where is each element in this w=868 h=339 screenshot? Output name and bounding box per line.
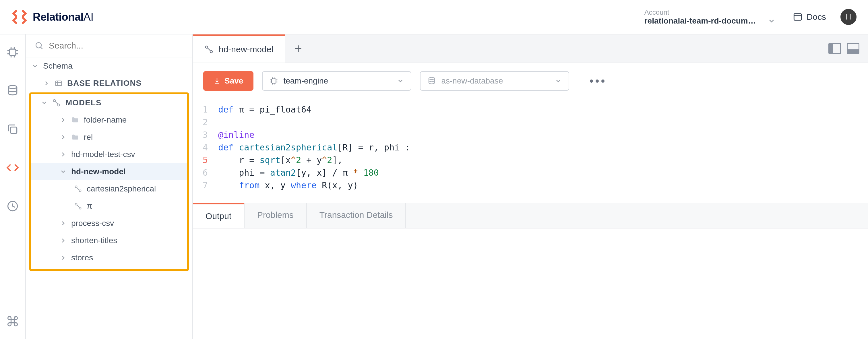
svg-point-14 — [79, 190, 81, 192]
nav-rail — [0, 34, 26, 339]
svg-rect-2 — [9, 49, 16, 55]
tree-item-process-csv[interactable]: process-csv — [31, 215, 187, 232]
engine-value: team-engine — [283, 76, 328, 86]
database-icon — [427, 76, 436, 85]
svg-point-18 — [210, 51, 212, 53]
tree-item-cartesian2spherical[interactable]: cartesian2spherical — [31, 180, 187, 197]
tree-item-folder-name[interactable]: folder-name — [31, 112, 187, 129]
chevron-right-icon — [60, 237, 67, 244]
table-icon — [55, 79, 63, 87]
tab-hd-new-model[interactable]: hd-new-model — [193, 34, 285, 63]
svg-point-3 — [8, 86, 17, 89]
avatar-initial: H — [846, 12, 851, 22]
main-panel: hd-new-model + Save team-engine as-new-d… — [193, 34, 868, 339]
tree-item-hd-new-model[interactable]: hd-new-model — [31, 163, 187, 180]
output-tab-output[interactable]: Output — [193, 203, 245, 228]
brand-mark-icon — [11, 9, 28, 25]
command-icon[interactable] — [6, 315, 19, 328]
database-selector[interactable]: as-new-database — [420, 71, 569, 91]
model-icon — [74, 202, 82, 210]
docs-link[interactable]: Docs — [793, 12, 826, 22]
svg-point-16 — [79, 207, 81, 209]
svg-point-13 — [75, 186, 77, 188]
tree-schema[interactable]: Schema — [26, 57, 192, 74]
svg-point-11 — [53, 100, 56, 102]
tree-item-rel[interactable]: rel — [31, 129, 187, 146]
database-icon[interactable] — [6, 84, 19, 97]
account-name: relationalai-team-rd-docum… — [644, 17, 756, 26]
tab-label: hd-new-model — [219, 44, 273, 54]
chevron-down-icon — [768, 17, 776, 25]
chip-icon[interactable] — [6, 46, 19, 59]
chip-icon — [270, 76, 278, 85]
docs-label: Docs — [807, 12, 826, 22]
account-selector[interactable]: Account relationalai-team-rd-docum… — [644, 8, 776, 26]
svg-rect-4 — [11, 127, 17, 133]
save-button[interactable]: Save — [203, 71, 253, 91]
tree-item-hd-model-test-csv[interactable]: hd-model-test-csv — [31, 146, 187, 163]
tree-item-shorten-titles[interactable]: shorten-titles — [31, 232, 187, 249]
search-row[interactable] — [26, 34, 192, 57]
tree-models[interactable]: MODELS — [31, 94, 187, 112]
download-icon — [214, 78, 220, 84]
book-icon — [793, 12, 803, 22]
split-vertical-button[interactable] — [828, 43, 841, 54]
code-body[interactable]: def π = pi_float64 @inline def cartesian… — [213, 103, 410, 203]
engine-selector[interactable]: team-engine — [262, 71, 411, 91]
chevron-right-icon — [60, 151, 67, 158]
line-gutter: 1 2 3 4 5 6 7 — [193, 103, 213, 203]
account-label: Account — [644, 8, 776, 17]
schema-label: Schema — [43, 61, 73, 71]
editor-toolbar: Save team-engine as-new-database ••• — [193, 63, 868, 99]
svg-rect-8 — [56, 81, 62, 86]
new-tab-button[interactable]: + — [285, 34, 311, 63]
split-horizontal-button[interactable] — [847, 43, 859, 54]
model-icon — [205, 45, 214, 54]
chevron-right-icon — [60, 117, 67, 123]
chevron-down-icon — [32, 63, 38, 69]
user-avatar[interactable]: H — [840, 9, 857, 25]
history-icon[interactable] — [6, 200, 19, 212]
output-tabs: Output Problems Transaction Details — [193, 203, 868, 228]
editor-tabs: hd-new-model + — [193, 34, 868, 63]
svg-rect-20 — [272, 79, 276, 83]
schema-tree: Schema BASE RELATIONS MODELS folder-name — [26, 57, 192, 272]
model-icon — [52, 98, 61, 107]
chevron-right-icon — [43, 80, 50, 87]
explorer-panel: Schema BASE RELATIONS MODELS folder-name — [26, 34, 193, 339]
folder-icon — [71, 116, 79, 124]
chevron-right-icon — [60, 220, 67, 227]
svg-point-6 — [36, 42, 41, 48]
copy-icon[interactable] — [6, 123, 19, 135]
tree-base-relations[interactable]: BASE RELATIONS — [26, 74, 192, 92]
svg-line-7 — [41, 48, 42, 49]
chevron-right-icon — [60, 134, 67, 141]
svg-point-21 — [429, 78, 435, 80]
code-editor[interactable]: 1 2 3 4 5 6 7 def π = pi_float64 @inline… — [193, 99, 868, 203]
svg-point-17 — [206, 46, 208, 48]
search-input[interactable] — [49, 41, 184, 51]
brand-name: RelationalAI — [33, 11, 94, 23]
more-actions-button[interactable]: ••• — [589, 74, 607, 88]
model-icon — [74, 185, 82, 193]
models-label: MODELS — [65, 98, 102, 107]
chevron-down-icon — [555, 78, 562, 84]
tree-item-stores[interactable]: stores — [31, 249, 187, 266]
svg-point-15 — [75, 203, 77, 205]
code-icon[interactable] — [6, 161, 19, 174]
app-header: RelationalAI Account relationalai-team-r… — [0, 0, 868, 34]
output-body — [193, 228, 868, 339]
save-label: Save — [224, 76, 243, 86]
search-icon — [34, 41, 43, 50]
folder-icon — [71, 133, 79, 141]
brand-logo[interactable]: RelationalAI — [11, 9, 94, 25]
base-relations-label: BASE RELATIONS — [67, 79, 142, 88]
tree-item-pi[interactable]: π — [31, 197, 187, 215]
output-tab-transaction-details[interactable]: Transaction Details — [307, 203, 406, 228]
chevron-down-icon — [397, 78, 404, 84]
svg-point-12 — [58, 104, 60, 106]
chevron-right-icon — [60, 254, 67, 261]
chevron-down-icon — [60, 168, 67, 175]
output-tab-problems[interactable]: Problems — [245, 203, 307, 228]
svg-rect-0 — [794, 14, 801, 20]
